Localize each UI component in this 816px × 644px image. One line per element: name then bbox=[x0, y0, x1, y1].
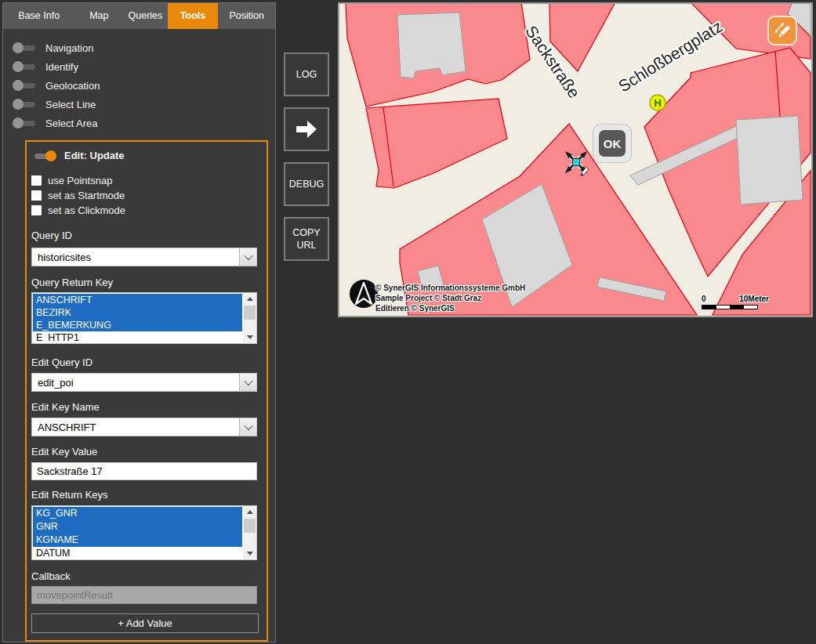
chevron-down-icon bbox=[244, 377, 252, 385]
scroll-up-icon[interactable] bbox=[243, 293, 256, 305]
map-canvas[interactable]: Sackstraße Schloßbergplatz H bbox=[339, 4, 811, 316]
checkbox-icon[interactable] bbox=[31, 205, 42, 215]
checkbox-label: use Pointsnap bbox=[48, 175, 112, 186]
tools-panel: Base Info Map Queries Tools Position Nav… bbox=[2, 2, 276, 642]
edit-query-id-value: edit_poi bbox=[32, 377, 239, 389]
tab-tools[interactable]: Tools bbox=[168, 3, 219, 29]
query-id-select[interactable]: historicsites bbox=[31, 248, 257, 266]
list-item[interactable]: KGNAME bbox=[33, 534, 242, 547]
tab-map[interactable]: Map bbox=[74, 3, 123, 29]
toggle-label: Geolocation bbox=[45, 80, 100, 92]
dropdown-button[interactable] bbox=[239, 418, 256, 436]
tab-position[interactable]: Position bbox=[218, 3, 275, 29]
scrollbar[interactable] bbox=[243, 506, 256, 559]
query-return-key-listbox[interactable]: ANSCHRIFT BEZIRK E_BEMERKUNG E_HTTP1 bbox=[31, 292, 257, 344]
scale-end-label: 10Meter bbox=[739, 295, 769, 304]
tab-bar: Base Info Map Queries Tools Position bbox=[3, 3, 275, 29]
app-window: Base Info Map Queries Tools Position Nav… bbox=[0, 0, 816, 644]
edit-key-name-label: Edit Key Name bbox=[31, 401, 257, 413]
toggle-label: Select Area bbox=[45, 118, 98, 129]
edit-key-name-select[interactable]: ANSCHRIFT bbox=[31, 418, 257, 436]
attribution-line: © SynerGIS Informationssysteme GmbH bbox=[375, 283, 525, 293]
tool-toggle-list: Navigation Identify Geolocation Select L… bbox=[13, 38, 100, 132]
list-item[interactable]: E_HTTP1 bbox=[33, 331, 242, 342]
chevron-down-icon bbox=[244, 251, 252, 260]
listbox-options: KG_GNR GNR KGNAME DATUM bbox=[33, 507, 242, 559]
list-item[interactable]: GNR bbox=[33, 520, 242, 534]
toggle-label: Navigation bbox=[45, 42, 93, 54]
toggle-switch-icon[interactable] bbox=[13, 99, 38, 110]
map-view[interactable]: Sackstraße Schloßbergplatz H bbox=[338, 2, 813, 317]
list-item[interactable]: DATUM bbox=[33, 547, 242, 559]
compass-north-icon bbox=[349, 279, 379, 309]
toggle-switch-icon[interactable] bbox=[13, 61, 38, 72]
checkbox-icon[interactable] bbox=[31, 190, 42, 201]
checkbox-label: set as Clickmode bbox=[48, 204, 125, 216]
scroll-down-icon[interactable] bbox=[243, 331, 256, 343]
toggle-select-area[interactable]: Select Area bbox=[13, 114, 100, 132]
tab-queries[interactable]: Queries bbox=[123, 3, 168, 29]
query-id-label: Query ID bbox=[31, 230, 257, 241]
scroll-down-icon[interactable] bbox=[243, 548, 256, 559]
list-item[interactable]: E_BEMERKUNG bbox=[33, 319, 242, 331]
ok-button-label: OK bbox=[599, 130, 626, 157]
edit-key-value-label: Edit Key Value bbox=[31, 446, 257, 458]
dropdown-button[interactable] bbox=[239, 374, 256, 391]
toggle-switch-icon[interactable] bbox=[31, 150, 56, 161]
callback-label: Callback bbox=[31, 570, 257, 582]
checkbox-set-as-startmode[interactable]: set as Startmode bbox=[31, 190, 257, 201]
listbox-options: ANSCHRIFT BEZIRK E_BEMERKUNG E_HTTP1 bbox=[33, 294, 242, 342]
arrow-right-icon bbox=[295, 120, 318, 139]
scroll-up-icon[interactable] bbox=[243, 506, 256, 518]
scrollbar-thumb[interactable] bbox=[244, 519, 256, 533]
toggle-select-line[interactable]: Select Line bbox=[13, 95, 100, 114]
toggle-switch-icon[interactable] bbox=[13, 42, 38, 53]
transit-stop-letter: H bbox=[654, 97, 661, 109]
transit-stop-marker: H bbox=[650, 95, 665, 110]
toggle-label: Select Line bbox=[45, 99, 96, 110]
toggle-identify[interactable]: Identify bbox=[13, 57, 100, 76]
query-id-value: historicsites bbox=[32, 251, 239, 263]
edit-key-value-input[interactable] bbox=[31, 462, 257, 480]
edit-update-section: Edit: Update use Pointsnap set as Startm… bbox=[25, 140, 268, 642]
scrollbar-thumb[interactable] bbox=[244, 306, 256, 320]
ok-button[interactable]: OK bbox=[593, 124, 632, 163]
add-value-button[interactable]: + Add Value bbox=[31, 613, 259, 633]
edit-query-id-label: Edit Query ID bbox=[31, 356, 257, 368]
toggle-label: Identify bbox=[45, 61, 78, 73]
attribution-line: Editieren © SynerGIS bbox=[375, 303, 525, 313]
edit-return-keys-label: Edit Return Keys bbox=[31, 489, 257, 501]
toggle-navigation[interactable]: Navigation bbox=[13, 38, 100, 57]
log-button[interactable]: LOG bbox=[284, 52, 329, 96]
copy-url-button[interactable]: COPY URL bbox=[284, 217, 329, 261]
debug-button[interactable]: DEBUG bbox=[284, 162, 329, 206]
toggle-switch-icon[interactable] bbox=[13, 118, 38, 128]
map-attribution: © SynerGIS Informationssysteme GmbH Samp… bbox=[375, 283, 525, 313]
checkbox-use-pointsnap[interactable]: use Pointsnap bbox=[31, 175, 257, 186]
attribution-line: Sample Project © Stadt Graz bbox=[375, 293, 525, 303]
toggle-geolocation[interactable]: Geolocation bbox=[13, 76, 100, 95]
apply-arrow-button[interactable] bbox=[284, 107, 329, 151]
toggle-edit-update[interactable]: Edit: Update bbox=[31, 150, 257, 161]
scale-bar-segments bbox=[702, 305, 758, 309]
scale-bar: 0 10Meter bbox=[702, 295, 769, 309]
scale-start-label: 0 bbox=[702, 295, 706, 304]
edit-key-name-value: ANSCHRIFT bbox=[32, 421, 239, 433]
checkbox-icon[interactable] bbox=[31, 175, 42, 186]
list-item[interactable]: KG_GNR bbox=[33, 507, 242, 520]
checkbox-set-as-clickmode[interactable]: set as Clickmode bbox=[31, 204, 257, 216]
pencil-move-icon bbox=[772, 20, 792, 41]
query-return-key-label: Query Return Key bbox=[31, 277, 257, 288]
edit-query-id-select[interactable]: edit_poi bbox=[31, 373, 257, 392]
edit-return-keys-listbox[interactable]: KG_GNR GNR KGNAME DATUM bbox=[31, 505, 257, 560]
dropdown-button[interactable] bbox=[239, 248, 256, 266]
list-item[interactable]: BEZIRK bbox=[33, 306, 242, 319]
chevron-down-icon bbox=[244, 421, 252, 430]
toggle-switch-icon[interactable] bbox=[13, 80, 38, 91]
scrollbar[interactable] bbox=[243, 293, 256, 343]
list-item[interactable]: ANSCHRIFT bbox=[33, 294, 242, 306]
tab-base-info[interactable]: Base Info bbox=[3, 3, 74, 29]
edit-tool-button[interactable] bbox=[767, 16, 797, 45]
checkbox-label: set as Startmode bbox=[48, 190, 125, 201]
callback-input bbox=[31, 586, 257, 604]
